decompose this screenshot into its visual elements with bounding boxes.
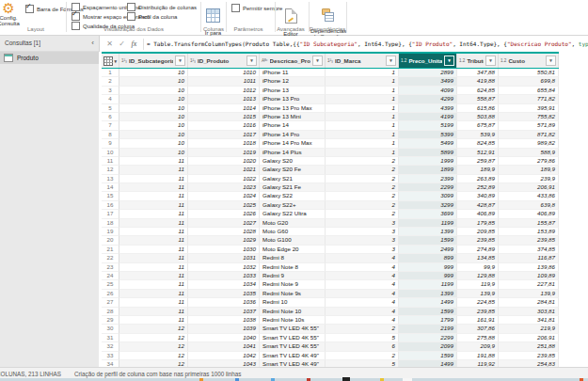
cell[interactable]: 406,89 — [457, 210, 499, 218]
cell[interactable]: 771,82 — [499, 95, 559, 103]
cell[interactable]: 206,91 — [499, 334, 559, 342]
cell[interactable]: 2 — [326, 166, 399, 174]
cell[interactable]: Galaxy S22 Ultra — [260, 210, 326, 218]
row-number-cell[interactable]: 19 — [102, 228, 119, 236]
cell[interactable]: 1043 — [188, 360, 260, 367]
type-icon[interactable]: Aᴮᶜ — [262, 58, 268, 63]
cell[interactable]: 1 — [326, 69, 399, 77]
cell[interactable]: 5399 — [399, 131, 457, 139]
cell[interactable]: 1041 — [188, 342, 260, 351]
cell[interactable]: 2299 — [399, 334, 457, 342]
cell[interactable]: 12 — [119, 325, 188, 333]
cell[interactable]: 1 — [326, 95, 399, 103]
cell[interactable]: 109,89 — [499, 272, 559, 280]
type-icon[interactable]: 1²₃ — [327, 58, 333, 63]
cell[interactable]: 1499 — [399, 360, 457, 367]
cell[interactable]: Redmi Note 9 — [260, 280, 326, 289]
cell[interactable]: 639,8 — [499, 201, 559, 210]
cell[interactable]: 1020 — [188, 157, 260, 166]
cell[interactable]: 239,85 — [457, 236, 499, 245]
accept-icon[interactable]: ✓ — [116, 40, 128, 48]
cell[interactable]: 284,81 — [499, 298, 559, 307]
row-number-cell[interactable]: 30 — [102, 325, 119, 333]
cell[interactable]: iPhone 11 — [260, 69, 326, 77]
type-icon[interactable]: 1.2 — [459, 58, 465, 63]
cell[interactable]: iPhone 12 — [260, 77, 326, 86]
cell[interactable]: 1 — [326, 104, 399, 113]
formula-input[interactable]: = Table.TransformColumnTypes(Produto_Tab… — [147, 40, 588, 47]
cell[interactable]: 1025 — [188, 201, 260, 210]
cell[interactable]: 251,88 — [499, 342, 559, 351]
cell[interactable]: Galaxy S21 — [260, 175, 326, 183]
cell[interactable]: 433,86 — [499, 192, 559, 200]
cell[interactable]: 274,89 — [457, 246, 499, 254]
cell[interactable]: Galaxy S20 Fe — [260, 166, 326, 174]
cell[interactable]: 11 — [119, 201, 188, 210]
row-number-cell[interactable]: 21 — [102, 246, 119, 254]
cell[interactable]: Galaxy S20 — [260, 157, 326, 166]
cell[interactable]: 503,88 — [457, 113, 499, 121]
cell[interactable]: 755,82 — [499, 113, 559, 121]
cell[interactable]: 209,85 — [457, 228, 499, 236]
cell[interactable]: 10 — [119, 121, 188, 130]
cell[interactable]: 2 — [326, 192, 399, 200]
cell[interactable]: 1034 — [188, 280, 260, 289]
cell[interactable]: 340,89 — [457, 192, 499, 200]
row-number-cell[interactable]: 28 — [102, 308, 119, 316]
cancel-icon[interactable]: ✕ — [103, 40, 116, 48]
cell[interactable]: 1016 — [188, 121, 260, 130]
cell[interactable]: 1799 — [399, 316, 457, 325]
cell[interactable]: 4 — [326, 254, 399, 262]
cell[interactable]: 4 — [326, 316, 399, 325]
cell[interactable]: 263,89 — [457, 175, 499, 183]
cell[interactable]: 1026 — [188, 210, 260, 218]
cell[interactable]: 206,91 — [499, 183, 559, 192]
cell[interactable]: 4399 — [399, 104, 457, 113]
cell[interactable]: 259,87 — [457, 157, 499, 166]
cell[interactable]: 871,82 — [499, 131, 559, 139]
cell[interactable]: 12 — [119, 342, 188, 351]
cell[interactable]: Moto G60 — [260, 228, 326, 236]
cell[interactable]: 341,81 — [499, 316, 559, 325]
cell[interactable]: 209,9 — [457, 342, 499, 351]
row-number-cell[interactable]: 15 — [102, 192, 119, 200]
cell[interactable]: 10 — [119, 139, 188, 148]
cell[interactable]: 1499 — [399, 298, 457, 307]
cell[interactable]: 2 — [326, 157, 399, 166]
row-number-cell[interactable]: 3 — [102, 87, 119, 95]
cell[interactable]: 1599 — [399, 308, 457, 316]
cell[interactable]: 571,89 — [499, 121, 559, 130]
cell[interactable]: 824,85 — [457, 139, 499, 148]
filter-button[interactable]: ▾ — [485, 56, 496, 66]
column-header-Tributos[interactable]: 1.2Tributos▾ — [457, 54, 499, 68]
sidebar-item-produto[interactable]: Produto — [0, 52, 99, 64]
column-header-ID_Subcategoria[interactable]: 1²₃ID_Subcategoria▾ — [119, 54, 188, 68]
row-number-cell[interactable]: 14 — [102, 183, 119, 192]
query-settings-button[interactable]: ⚙ Config. Consulta — [0, 1, 23, 26]
row-number-cell[interactable]: 29 — [102, 316, 119, 325]
row-number-cell[interactable]: 9 — [102, 139, 119, 148]
cell[interactable]: 307,86 — [457, 325, 499, 333]
cell[interactable]: 1599 — [399, 352, 457, 360]
cell[interactable]: 3299 — [399, 201, 457, 210]
cell[interactable]: 1030 — [188, 246, 260, 254]
cell[interactable]: 2499 — [399, 246, 457, 254]
row-number-cell[interactable]: 8 — [102, 131, 119, 139]
cell[interactable]: 675,87 — [457, 121, 499, 130]
cell[interactable]: Smart TV LED 4K 49" — [260, 360, 326, 367]
cell[interactable]: iPhone 14 — [260, 121, 326, 130]
cell[interactable]: Smart TV LED 4K 49" — [260, 352, 326, 360]
cell[interactable]: 252,89 — [457, 183, 499, 192]
cell[interactable]: 10 — [119, 77, 188, 86]
cell[interactable]: 11 — [119, 316, 188, 325]
cell[interactable]: 1199 — [399, 280, 457, 289]
filter-button[interactable]: ▾ — [444, 56, 454, 66]
cell[interactable]: 224,85 — [457, 298, 499, 307]
row-number-cell[interactable]: 13 — [102, 175, 119, 183]
cell[interactable]: 1032 — [188, 263, 260, 272]
cell[interactable]: 1023 — [188, 183, 260, 192]
cell[interactable]: 179,85 — [457, 219, 499, 228]
cell[interactable]: 10 — [119, 104, 188, 113]
cell[interactable]: 191,88 — [457, 352, 499, 360]
cell[interactable]: 1015 — [188, 113, 260, 121]
